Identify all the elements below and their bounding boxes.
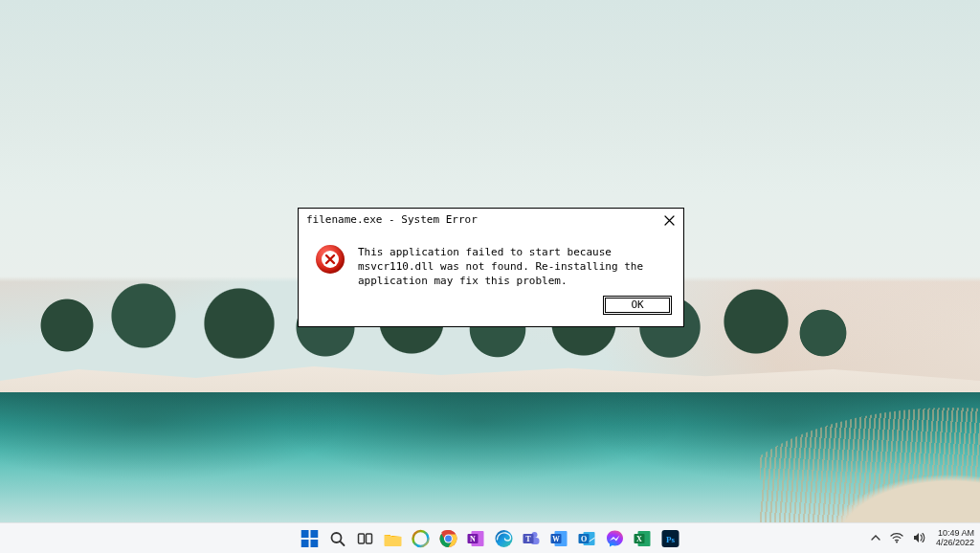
- dialog-titlebar[interactable]: filename.exe - System Error: [299, 209, 683, 232]
- svg-rect-6: [359, 534, 365, 543]
- svg-text:N: N: [470, 535, 476, 543]
- task-view-icon: [357, 530, 374, 547]
- taskbar: N T W: [0, 522, 980, 553]
- outlook-icon: O: [578, 529, 597, 548]
- chrome-button[interactable]: [438, 528, 459, 549]
- photoshop-button[interactable]: Ps: [660, 528, 681, 549]
- svg-point-8: [413, 531, 429, 546]
- error-dialog: filename.exe - System Error This applica…: [298, 208, 684, 327]
- folder-icon: [384, 530, 403, 547]
- svg-rect-0: [301, 530, 309, 538]
- svg-text:W: W: [552, 535, 560, 543]
- error-icon: [316, 245, 345, 274]
- edge-icon: [495, 529, 514, 548]
- task-view-button[interactable]: [355, 528, 376, 549]
- search-button[interactable]: [327, 528, 348, 549]
- dialog-footer: OK: [299, 296, 683, 326]
- ok-button-label: OK: [631, 299, 643, 313]
- svg-text:Ps: Ps: [666, 535, 675, 544]
- windows-icon: [301, 530, 319, 547]
- excel-icon: X: [634, 529, 653, 548]
- chrome-icon: [439, 529, 458, 548]
- svg-rect-1: [311, 530, 319, 538]
- svg-line-5: [341, 542, 345, 545]
- edge-button[interactable]: [494, 528, 515, 549]
- onenote-button[interactable]: N: [466, 528, 487, 549]
- chat-icon: [412, 529, 431, 548]
- volume-icon[interactable]: [913, 532, 926, 545]
- onenote-icon: N: [467, 529, 486, 548]
- svg-rect-7: [367, 534, 372, 543]
- word-button[interactable]: W: [549, 528, 570, 549]
- clock[interactable]: 10:49 AM 4/26/2022: [936, 529, 974, 548]
- file-explorer-button[interactable]: [383, 528, 404, 549]
- dialog-body: This application failed to start because…: [299, 232, 683, 297]
- svg-text:O: O: [581, 535, 587, 543]
- system-tray[interactable]: 10:49 AM 4/26/2022: [871, 523, 974, 553]
- close-icon[interactable]: [662, 213, 676, 227]
- desktop-wallpaper: filename.exe - System Error This applica…: [0, 0, 980, 553]
- taskbar-center: N T W: [300, 523, 681, 553]
- chat-button[interactable]: [411, 528, 432, 549]
- word-icon: W: [550, 529, 569, 548]
- dialog-title-text: filename.exe - System Error: [306, 213, 478, 228]
- messenger-icon: [606, 529, 625, 548]
- outlook-button[interactable]: O: [577, 528, 598, 549]
- excel-button[interactable]: X: [633, 528, 654, 549]
- teams-icon: T: [523, 529, 542, 548]
- chevron-up-icon[interactable]: [871, 533, 880, 544]
- teams-button[interactable]: T: [522, 528, 543, 549]
- wifi-icon[interactable]: [890, 532, 903, 545]
- svg-point-11: [445, 535, 452, 542]
- dialog-message: This application failed to start because…: [358, 245, 664, 289]
- svg-rect-2: [301, 540, 309, 547]
- search-icon: [329, 530, 346, 547]
- svg-text:X: X: [636, 535, 642, 543]
- ok-button[interactable]: OK: [603, 296, 672, 315]
- start-button[interactable]: [300, 528, 321, 549]
- photoshop-icon: Ps: [661, 529, 680, 548]
- clock-date: 4/26/2022: [936, 539, 974, 548]
- svg-rect-3: [311, 540, 319, 547]
- svg-point-31: [896, 541, 898, 542]
- messenger-button[interactable]: [605, 528, 626, 549]
- svg-text:T: T: [525, 535, 531, 543]
